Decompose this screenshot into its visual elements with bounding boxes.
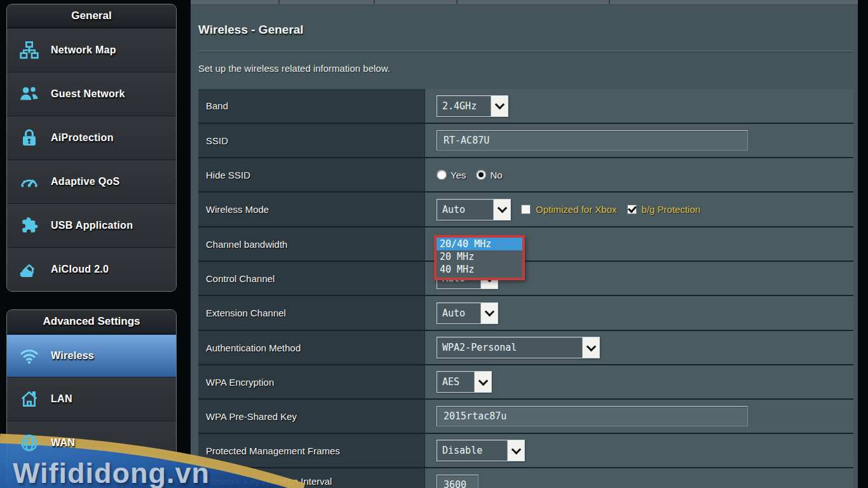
globe-icon bbox=[16, 433, 43, 453]
network-map-icon bbox=[16, 40, 43, 60]
page-title: Wireless - General bbox=[198, 23, 304, 37]
field-label: SSID bbox=[198, 124, 424, 157]
cloud-home-icon bbox=[16, 259, 43, 280]
sidebar-group-advanced: Advanced Settings Wireless LAN WAN bbox=[6, 309, 177, 488]
row-channel-bandwidth: Channel bandwidth bbox=[198, 227, 853, 262]
tab-separator-mark bbox=[609, 0, 610, 4]
tab-separator-mark bbox=[374, 0, 375, 4]
sidebar-item-lan[interactable]: LAN bbox=[7, 377, 176, 421]
row-control-channel: Control Channel Auto bbox=[198, 262, 853, 296]
sidebar-item-label: Guest Network bbox=[51, 88, 125, 100]
chevron-down-icon bbox=[582, 337, 599, 358]
chevron-down-icon bbox=[491, 96, 508, 116]
sidebar-item-aiprotection[interactable]: AiProtection bbox=[7, 116, 176, 159]
field-label: Protected Management Frames bbox=[198, 434, 424, 467]
field-label: Authentication Method bbox=[198, 331, 424, 364]
network-key-rotation-interval-input[interactable] bbox=[437, 475, 478, 488]
tab-separator-mark bbox=[456, 0, 458, 4]
checkbox-label: Optimized for Xbox bbox=[536, 204, 617, 215]
row-ssid: SSID bbox=[198, 124, 853, 158]
protected-management-frames-select[interactable]: Disable bbox=[437, 440, 525, 461]
hide-ssid-yes-radio[interactable] bbox=[437, 170, 447, 180]
sidebar-item-label: USB Application bbox=[51, 220, 133, 231]
optimized-for-xbox-checkbox[interactable] bbox=[521, 205, 531, 214]
row-hide-ssid: Hide SSID Yes No bbox=[198, 158, 853, 193]
channel-bandwidth-option[interactable]: 20/40 MHz bbox=[437, 238, 522, 250]
title-divider bbox=[198, 51, 853, 51]
wifi-icon bbox=[16, 345, 43, 367]
sidebar-item-adaptive-qos[interactable]: Adaptive QoS bbox=[7, 159, 176, 203]
wpa-pre-shared-key-input[interactable] bbox=[437, 406, 748, 426]
field-label: WPA Pre-Shared Key bbox=[198, 400, 424, 433]
row-extension-channel: Extension Channel Auto bbox=[198, 296, 853, 331]
chevron-down-icon bbox=[507, 440, 524, 461]
sidebar-item-label: AiProtection bbox=[51, 132, 114, 144]
puzzle-icon bbox=[16, 215, 43, 236]
wireless-mode-select[interactable]: Auto bbox=[437, 199, 511, 220]
sidebar: General Network Map Guest Network AiProt… bbox=[6, 4, 177, 488]
wpa-encryption-select[interactable]: AES bbox=[437, 371, 492, 393]
row-protected-management-frames: Protected Management Frames Disable bbox=[198, 434, 853, 468]
bg-protection-checkbox[interactable] bbox=[627, 205, 637, 214]
ssid-input[interactable] bbox=[437, 130, 748, 151]
settings-table: Band 2.4GHz SSID Hide SSID bbox=[198, 89, 853, 488]
sidebar-item-usb-application[interactable]: USB Application bbox=[7, 203, 176, 247]
field-label: Band bbox=[198, 89, 424, 123]
main-panel: Wireless - General Set up the wireless r… bbox=[191, 0, 858, 488]
authentication-method-select[interactable]: WPA2-Personal bbox=[437, 337, 600, 358]
sidebar-header-general: General bbox=[7, 4, 176, 28]
field-label: Channel bandwidth bbox=[198, 227, 424, 261]
channel-bandwidth-open-dropdown: 20/40 MHz 20 MHz 40 MHz bbox=[434, 235, 525, 280]
field-label: Wireless Mode bbox=[198, 193, 424, 226]
hide-ssid-no-radio[interactable] bbox=[476, 170, 486, 180]
page-subtitle: Set up the wireless related information … bbox=[198, 63, 390, 74]
home-icon bbox=[16, 389, 43, 409]
chevron-down-icon bbox=[493, 200, 510, 220]
field-label: Network Key Rotation Interval bbox=[198, 468, 424, 488]
row-authentication-method: Authentication Method WPA2-Personal bbox=[198, 331, 853, 365]
checkbox-label: b/g Protection bbox=[642, 204, 701, 215]
radio-label: Yes bbox=[451, 170, 466, 180]
sidebar-item-aicloud[interactable]: AiCloud 2.0 bbox=[7, 247, 176, 291]
field-label: Extension Channel bbox=[198, 296, 424, 330]
field-label: Hide SSID bbox=[198, 158, 424, 191]
channel-bandwidth-option[interactable]: 20 MHz bbox=[437, 250, 522, 263]
guest-network-icon bbox=[16, 84, 43, 104]
band-select[interactable]: 2.4GHz bbox=[437, 95, 508, 117]
row-wpa-encryption: WPA Encryption AES bbox=[198, 365, 853, 400]
router-admin-screen: General Network Map Guest Network AiProt… bbox=[0, 0, 868, 488]
row-wireless-mode: Wireless Mode Auto Optimized for Xbox b/… bbox=[198, 193, 853, 227]
extension-channel-select[interactable]: Auto bbox=[437, 302, 498, 324]
field-label: Control Channel bbox=[198, 262, 424, 295]
sidebar-item-guest-network[interactable]: Guest Network bbox=[7, 72, 176, 116]
lock-icon bbox=[16, 128, 43, 148]
sidebar-item-label: WAN bbox=[51, 437, 75, 449]
sidebar-item-label: Network Map bbox=[51, 44, 116, 56]
sidebar-group-general: General Network Map Guest Network AiProt… bbox=[6, 4, 177, 292]
top-strip bbox=[191, 0, 858, 5]
row-band: Band 2.4GHz bbox=[198, 89, 853, 124]
sidebar-item-label: LAN bbox=[51, 393, 72, 405]
sidebar-item-label: AiCloud 2.0 bbox=[51, 264, 109, 275]
gauge-icon bbox=[16, 172, 43, 192]
row-network-key-rotation-interval: Network Key Rotation Interval bbox=[198, 468, 853, 488]
sidebar-item-wireless[interactable]: Wireless bbox=[7, 334, 176, 377]
sidebar-item-partial[interactable] bbox=[7, 464, 176, 488]
tab-separator-mark bbox=[278, 0, 280, 4]
sidebar-item-label: Wireless bbox=[51, 350, 94, 362]
sidebar-item-network-map[interactable]: Network Map bbox=[7, 28, 176, 72]
radio-label: No bbox=[490, 170, 502, 180]
chevron-down-icon bbox=[474, 372, 491, 392]
sidebar-item-wan[interactable]: WAN bbox=[7, 421, 176, 464]
channel-bandwidth-option[interactable]: 40 MHz bbox=[437, 263, 522, 276]
chevron-down-icon bbox=[480, 303, 498, 323]
field-label: WPA Encryption bbox=[198, 365, 424, 398]
sidebar-header-advanced: Advanced Settings bbox=[7, 310, 176, 334]
sidebar-item-label: Adaptive QoS bbox=[51, 176, 120, 187]
row-wpa-pre-shared-key: WPA Pre-Shared Key bbox=[198, 400, 853, 434]
